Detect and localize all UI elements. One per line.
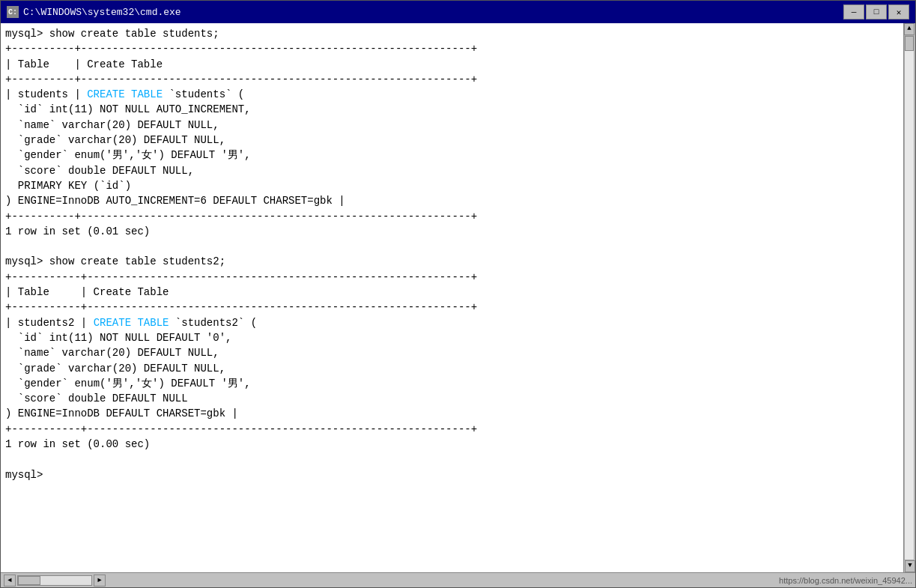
students-line-6: `score` double DEFAULT NULL, [5,165,194,177]
divider-6: +-----------+---------------------------… [5,423,477,435]
main-window: C: C:\WINDOWS\system32\cmd.exe — □ ✕ mys… [0,0,916,588]
title-bar-left: C: C:\WINDOWS\system32\cmd.exe [7,6,181,18]
divider-4: +-----------+---------------------------… [5,271,477,283]
students-line-2: `id` int(11) NOT NULL AUTO_INCREMENT, [5,103,251,115]
app-icon: C: [7,6,19,18]
header-row-2: | Table | Create Table [5,286,471,298]
students2-row-start: | students2 | CREATE TABLE `students2` ( [5,317,471,329]
header-row: | Table | Create Table [5,58,471,70]
students2-line-2: `id` int(11) NOT NULL DEFAULT '0', [5,332,231,344]
scroll-thumb-horizontal[interactable] [18,576,40,585]
horizontal-scrollbar[interactable]: ◄ ► [4,575,106,587]
students-line-8: ) ENGINE=InnoDB AUTO_INCREMENT=6 DEFAULT… [5,195,345,207]
close-button[interactable]: ✕ [888,4,909,19]
vertical-scrollbar[interactable]: ▲ ▼ [903,23,915,572]
students-line-3: `name` varchar(20) DEFAULT NULL, [5,119,219,131]
terminal-area[interactable]: mysql> show create table students; +----… [1,23,915,572]
students-line-5: `gender` enum('男','女') DEFAULT '男', [5,149,251,161]
students-line-4: `grade` varchar(20) DEFAULT NULL, [5,134,225,146]
scroll-left-button[interactable]: ◄ [4,575,16,587]
title-bar-controls[interactable]: — □ ✕ [843,4,909,19]
divider-1: +----------+----------------------------… [5,43,477,55]
command-line-1: mysql> show create table students; [5,28,219,40]
students2-line-6: `score` double DEFAULT NULL [5,392,188,404]
students-row-start: | students | CREATE TABLE `students` ( [5,88,471,100]
scroll-right-button[interactable]: ► [94,575,106,587]
command-line-2: mysql> show create table students2; [5,255,225,267]
result-2: 1 row in set (0.00 sec) [5,438,150,450]
divider-2: +----------+----------------------------… [5,73,477,85]
minimize-button[interactable]: — [843,4,864,19]
students2-line-4: `grade` varchar(20) DEFAULT NULL, [5,363,225,375]
scroll-up-button[interactable]: ▲ [904,23,915,35]
scroll-thumb-vertical[interactable] [905,36,914,51]
terminal-content: mysql> show create table students; +----… [5,26,911,482]
window-title: C:\WINDOWS\system32\cmd.exe [23,7,181,18]
divider-3: +----------+----------------------------… [5,210,477,222]
result-1: 1 row in set (0.01 sec) [5,225,150,237]
bottom-bar: ◄ ► https://blog.csdn.net/weixin_45942..… [1,572,915,587]
title-bar: C: C:\WINDOWS\system32\cmd.exe — □ ✕ [1,1,915,23]
students2-line-5: `gender` enum('男','女') DEFAULT '男', [5,378,251,390]
students2-line-7: ) ENGINE=InnoDB DEFAULT CHARSET=gbk | [5,407,238,419]
terminal-text: mysql> show create table students; +----… [5,26,899,482]
divider-5: +-----------+---------------------------… [5,301,477,313]
students-line-7: PRIMARY KEY (`id`) [5,180,131,192]
scroll-track-vertical[interactable] [904,35,915,560]
mysql-prompt: mysql> [5,469,43,481]
scroll-track-horizontal[interactable] [17,575,92,586]
scroll-down-button[interactable]: ▼ [905,560,915,572]
url-hint: https://blog.csdn.net/weixin_45942... [779,576,912,585]
maximize-button[interactable]: □ [866,4,887,19]
students2-line-3: `name` varchar(20) DEFAULT NULL, [5,347,219,359]
